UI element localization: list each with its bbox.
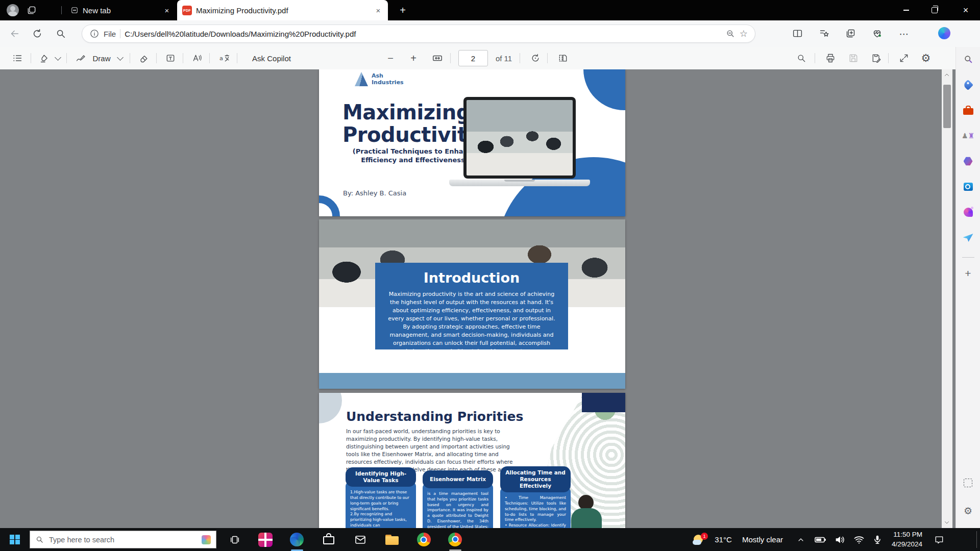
pdf-toolbar: Draw a Ask Copilot − + of 11 (0, 47, 955, 70)
translate-icon[interactable]: a (216, 47, 232, 69)
start-button[interactable] (0, 528, 30, 551)
battery-icon[interactable] (812, 528, 829, 551)
sidebar-m365-icon[interactable] (960, 153, 976, 169)
notifications-icon[interactable] (929, 528, 949, 551)
settings-more-icon[interactable]: ⋯ (898, 28, 910, 39)
sidebar-games-icon[interactable]: ♟♜ (960, 128, 976, 144)
sidebar-settings-icon[interactable]: ⚙ (960, 503, 976, 519)
running-indicator (449, 549, 461, 551)
tab-close-icon[interactable]: × (162, 6, 172, 15)
minimize-button[interactable] (894, 0, 918, 20)
rotate-icon[interactable] (527, 47, 544, 69)
back-icon[interactable] (9, 28, 20, 39)
read-aloud-icon[interactable] (190, 47, 204, 69)
zoom-in-icon[interactable]: + (405, 47, 422, 69)
refresh-icon[interactable] (32, 28, 43, 39)
sidebar-capture-icon[interactable] (960, 474, 976, 491)
sidebar-drop-icon[interactable] (960, 230, 976, 246)
weather-description[interactable]: Mostly clear (737, 528, 788, 551)
scroll-down-icon[interactable] (944, 519, 950, 525)
page-view-icon[interactable] (554, 47, 572, 69)
sidebar-add-icon[interactable]: + (960, 265, 976, 282)
favorites-list-icon[interactable] (819, 28, 830, 39)
save-as-icon[interactable] (868, 47, 885, 69)
print-icon[interactable] (822, 47, 839, 69)
toc-icon[interactable] (10, 47, 24, 69)
find-in-document-icon[interactable] (793, 47, 810, 69)
tab-pdf-active[interactable]: PDF Maximizing Productivity.pdf × (177, 0, 388, 20)
priority-box-body: • Time Management Techniques: Utilize to… (500, 488, 571, 528)
scrollbar-thumb[interactable] (943, 85, 951, 128)
date-text: 4/29/2024 (892, 540, 922, 549)
priority-box-title: Identifying High-Value Tasks (346, 467, 416, 487)
show-desktop-button[interactable] (976, 531, 980, 548)
draw-label[interactable]: Draw (90, 47, 113, 69)
volume-icon[interactable] (831, 528, 848, 551)
tray-chevron-icon[interactable] (792, 528, 810, 551)
search-icon[interactable] (55, 28, 66, 39)
draw-chevron-icon[interactable] (115, 47, 125, 69)
priorities-body: In our fast-paced world, understanding p… (346, 428, 522, 473)
tab-close-icon[interactable]: × (374, 6, 383, 15)
task-view-button[interactable] (224, 528, 246, 551)
search-highlights-icon[interactable] (202, 535, 211, 544)
highlighter-chevron-icon[interactable] (53, 47, 62, 69)
taskbar-app-mail[interactable] (349, 528, 372, 551)
taskbar-app-chrome-2[interactable] (444, 528, 467, 551)
cover-subtitle: (Practical Techniques to Enhance Efficie… (351, 147, 478, 165)
copilot-icon[interactable] (938, 27, 949, 38)
add-text-icon[interactable] (163, 47, 178, 69)
restore-button[interactable] (923, 0, 946, 20)
sidebar-shopping-icon[interactable] (960, 77, 976, 93)
draw-pen-icon[interactable] (74, 47, 88, 69)
screen: { "tab_bar": { "tabs": [ { "title": "New… (0, 0, 980, 551)
decorative-band (319, 373, 625, 389)
clock[interactable]: 11:50 PM 4/29/2024 (887, 528, 927, 551)
priority-box-body: is a time management tool that helps you… (423, 484, 493, 528)
sidebar-search-icon[interactable] (960, 51, 976, 67)
pdf-settings-icon[interactable]: ⚙ (917, 47, 935, 69)
decorative-circle (583, 69, 625, 110)
collections-icon[interactable] (845, 28, 856, 39)
taskbar-app-rewards[interactable] (254, 528, 277, 551)
taskbar-search-box[interactable]: Type here to search (30, 531, 216, 548)
new-tab-button[interactable]: + (394, 0, 411, 20)
fullscreen-icon[interactable] (895, 47, 913, 69)
sidebar-toolbox-icon[interactable] (960, 102, 976, 118)
taskbar-app-chrome[interactable] (412, 528, 435, 551)
logo-text-line2: Industries (372, 79, 404, 86)
cover-byline: By: Ashley B. Casia (343, 189, 406, 197)
vertical-scrollbar[interactable] (942, 69, 952, 528)
decorative-gray-circle (319, 393, 342, 423)
weather-icon[interactable]: 1 (690, 528, 710, 551)
tab-group-icon[interactable] (23, 0, 40, 20)
page-number-field[interactable] (457, 47, 489, 69)
fit-to-width-icon[interactable] (429, 47, 446, 69)
decorative-ring (319, 195, 340, 216)
profile-avatar[interactable] (5, 0, 20, 20)
highlighter-icon[interactable] (38, 47, 52, 69)
zoom-out-icon[interactable]: − (382, 47, 399, 69)
close-button[interactable]: × (951, 0, 980, 20)
taskbar-app-store[interactable] (317, 528, 340, 551)
scroll-up-icon[interactable] (944, 72, 950, 78)
split-screen-icon[interactable] (792, 28, 803, 39)
taskbar-app-explorer[interactable] (381, 528, 403, 551)
weather-temperature[interactable]: 31°C (712, 528, 735, 551)
tab-new-tab[interactable]: New tab × (65, 0, 177, 20)
zoom-indicator-icon[interactable] (725, 29, 736, 39)
sidebar-outlook-icon[interactable] (960, 179, 976, 195)
introduction-body: Maximizing productivity is the art and s… (385, 290, 558, 356)
browser-essentials-icon[interactable] (872, 28, 883, 39)
url-field[interactable]: File C:/Users/dell%20latitude/Downloads/… (82, 24, 755, 43)
sidebar-image-creator-icon[interactable] (960, 204, 976, 220)
favorite-star-icon[interactable]: ☆ (740, 28, 748, 39)
laptop-base (449, 180, 590, 186)
taskbar-app-edge[interactable] (286, 528, 308, 551)
info-icon[interactable] (89, 29, 100, 39)
wifi-icon[interactable] (850, 528, 868, 551)
ask-copilot-button[interactable]: Ask Copilot (246, 47, 297, 69)
page-number-input[interactable] (458, 50, 488, 66)
eraser-icon[interactable] (137, 47, 151, 69)
microphone-icon[interactable] (869, 528, 886, 551)
